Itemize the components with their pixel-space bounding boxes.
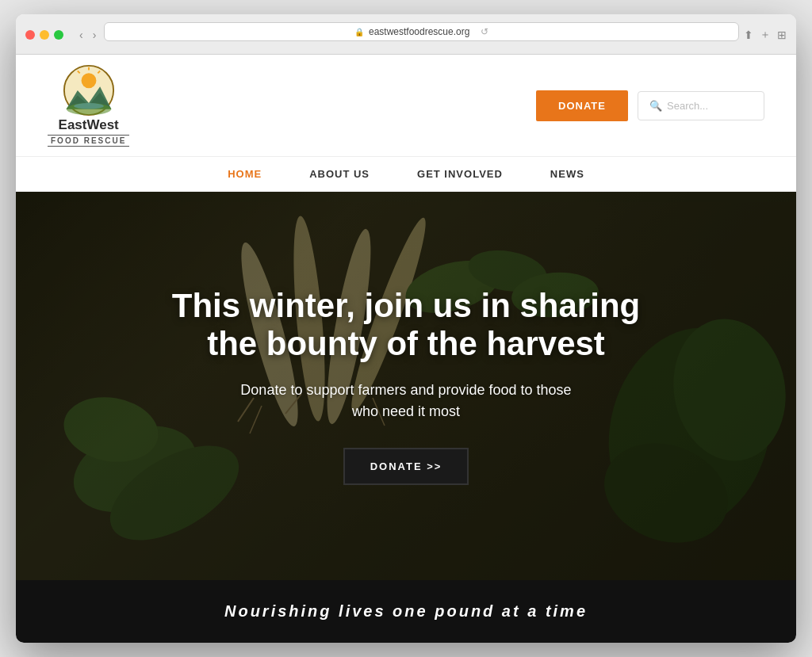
logo-text: EastWest FOOD RESCUE xyxy=(48,118,129,147)
header-right: DONATE 🔍 Search... xyxy=(536,90,764,121)
logo[interactable]: EastWest FOOD RESCUE xyxy=(48,64,129,147)
share-icon[interactable]: ⬆ xyxy=(744,29,753,41)
bottom-banner: Nourishing lives one pound at a time xyxy=(16,580,796,643)
site-header: EastWest FOOD RESCUE DONATE 🔍 Search... xyxy=(16,55,796,157)
forward-button[interactable]: › xyxy=(90,27,100,43)
browser-window: ‹ › 🔒 eastwestfoodrescue.org ↺ ⬆ ＋ ⊞ xyxy=(16,14,796,643)
address-bar[interactable]: 🔒 eastwestfoodrescue.org ↺ xyxy=(104,22,739,41)
site-nav: HOME ABOUT US GET INVOLVED NEWS xyxy=(16,157,796,192)
url-text: eastwestfoodrescue.org xyxy=(369,26,469,37)
nav-item-home[interactable]: HOME xyxy=(228,168,262,180)
search-box[interactable]: 🔍 Search... xyxy=(638,91,764,120)
donate-button-hero[interactable]: DONATE >> xyxy=(343,448,469,485)
minimize-button[interactable] xyxy=(40,30,49,40)
nav-item-about[interactable]: ABOUT US xyxy=(309,168,370,180)
hero-content: This winter, join us in sharing the boun… xyxy=(16,192,796,580)
logo-icon xyxy=(63,64,115,117)
reload-icon[interactable]: ↺ xyxy=(481,26,488,37)
nav-item-involved[interactable]: GET INVOLVED xyxy=(417,168,503,180)
nav-item-news[interactable]: NEWS xyxy=(550,168,584,180)
browser-chrome: ‹ › 🔒 eastwestfoodrescue.org ↺ ⬆ ＋ ⊞ xyxy=(16,14,796,55)
search-icon: 🔍 xyxy=(649,100,662,112)
donate-button-header[interactable]: DONATE xyxy=(536,90,628,121)
new-tab-icon[interactable]: ＋ xyxy=(760,28,771,42)
hero-subtitle: Donate to support farmers and provide fo… xyxy=(232,380,580,422)
close-button[interactable] xyxy=(25,30,35,40)
tagline: Nourishing lives one pound at a time xyxy=(224,602,588,620)
hero-title: This winter, join us in sharing the boun… xyxy=(148,287,664,364)
security-icon: 🔒 xyxy=(354,28,364,36)
back-button[interactable]: ‹ xyxy=(76,27,86,43)
svg-point-1 xyxy=(81,73,96,88)
website-content: EastWest FOOD RESCUE DONATE 🔍 Search... … xyxy=(16,55,796,643)
search-placeholder: Search... xyxy=(667,100,708,112)
hero-section: This winter, join us in sharing the boun… xyxy=(16,192,796,580)
grid-icon[interactable]: ⊞ xyxy=(777,29,787,41)
fullscreen-button[interactable] xyxy=(54,30,63,40)
svg-point-8 xyxy=(74,103,104,109)
